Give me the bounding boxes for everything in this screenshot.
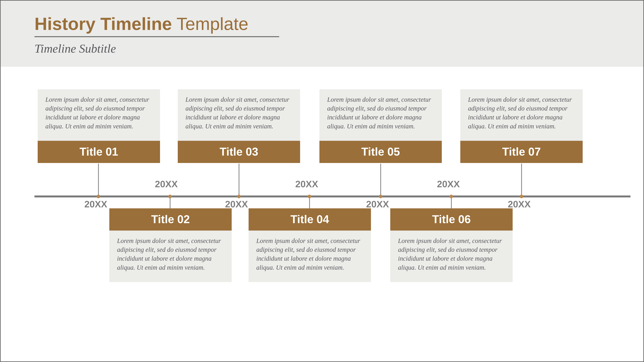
event-stem bbox=[521, 164, 522, 195]
event-stem bbox=[309, 197, 310, 209]
event-desc: Lorem ipsum dolor sit amet, consectetur … bbox=[178, 89, 300, 141]
event-card-4: Title 04 Lorem ipsum dolor sit amet, con… bbox=[248, 208, 371, 282]
event-desc: Lorem ipsum dolor sit amet, consectetur … bbox=[109, 231, 232, 282]
event-dot bbox=[379, 195, 382, 198]
event-card-7: Lorem ipsum dolor sit amet, consectetur … bbox=[460, 89, 583, 163]
event-year: 20XX bbox=[295, 179, 318, 189]
event-year: 20XX bbox=[84, 199, 107, 209]
event-dot bbox=[520, 195, 523, 198]
event-dot bbox=[308, 195, 311, 198]
event-dot bbox=[450, 195, 453, 198]
timeline-axis bbox=[34, 195, 630, 197]
event-title: Title 04 bbox=[248, 208, 371, 231]
event-year: 20XX bbox=[155, 179, 178, 189]
header: History Timeline Template Timeline Subti… bbox=[1, 1, 643, 67]
event-stem bbox=[380, 164, 381, 195]
event-desc: Lorem ipsum dolor sit amet, consectetur … bbox=[38, 89, 160, 141]
event-dot bbox=[96, 195, 100, 198]
event-title: Title 02 bbox=[109, 208, 232, 231]
event-title: Title 05 bbox=[320, 141, 442, 163]
event-card-6: Title 06 Lorem ipsum dolor sit amet, con… bbox=[390, 208, 512, 282]
event-desc: Lorem ipsum dolor sit amet, consectetur … bbox=[460, 89, 583, 141]
timeline-canvas: Lorem ipsum dolor sit amet, consectetur … bbox=[1, 67, 643, 344]
event-stem bbox=[451, 197, 452, 209]
event-title: Title 07 bbox=[460, 141, 583, 163]
event-desc: Lorem ipsum dolor sit amet, consectetur … bbox=[248, 231, 371, 282]
title-underline bbox=[34, 36, 279, 37]
page-title-bold: History Timeline bbox=[34, 14, 172, 34]
event-year: 20XX bbox=[366, 199, 389, 209]
event-year: 20XX bbox=[437, 179, 460, 189]
page-title-light: Template bbox=[172, 14, 248, 34]
event-dot bbox=[237, 195, 241, 198]
event-stem bbox=[98, 164, 99, 195]
event-title: Title 06 bbox=[390, 208, 512, 231]
event-desc: Lorem ipsum dolor sit amet, consectetur … bbox=[390, 231, 512, 282]
event-desc: Lorem ipsum dolor sit amet, consectetur … bbox=[320, 89, 442, 141]
page-subtitle: Timeline Subtitle bbox=[34, 42, 610, 55]
event-title: Title 01 bbox=[38, 141, 160, 163]
event-year: 20XX bbox=[508, 199, 531, 209]
event-title: Title 03 bbox=[178, 141, 300, 163]
event-card-3: Lorem ipsum dolor sit amet, consectetur … bbox=[178, 89, 300, 163]
event-year: 20XX bbox=[225, 199, 248, 209]
event-stem bbox=[238, 164, 240, 195]
event-stem bbox=[170, 197, 170, 209]
event-card-2: Title 02 Lorem ipsum dolor sit amet, con… bbox=[109, 208, 232, 282]
event-card-1: Lorem ipsum dolor sit amet, consectetur … bbox=[38, 89, 160, 163]
event-dot bbox=[168, 195, 172, 198]
event-card-5: Lorem ipsum dolor sit amet, consectetur … bbox=[320, 89, 442, 163]
